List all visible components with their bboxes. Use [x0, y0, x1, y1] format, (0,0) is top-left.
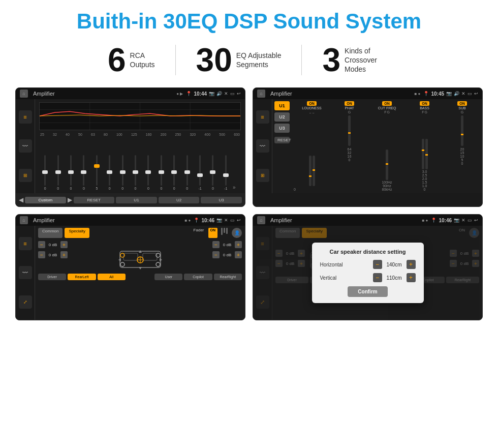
horizontal-minus-btn[interactable]: − [373, 260, 382, 269]
eq-slider-2: 0 [65, 155, 77, 190]
reset-btn[interactable]: RESET [74, 197, 115, 203]
wave-icon-2[interactable]: 〰 [256, 139, 269, 153]
speaker-icon[interactable]: ⊞ [19, 169, 32, 182]
db-rr-plus[interactable]: + [235, 251, 242, 258]
dialog-overlay: Car speaker distance setting Horizontal … [253, 226, 482, 320]
eq-slider-9: 0 [155, 155, 167, 190]
copilot-btn[interactable]: Copilot [184, 274, 212, 280]
channel-bass: ON BASS FG [407, 101, 443, 191]
screen-dialog: ⌂ Amplifier ■ ● 📍 10:46 📷 ✕ ▭ ↩ ≡ 〰 [253, 214, 483, 320]
common-tab[interactable]: Common [38, 228, 63, 238]
driver-btn[interactable]: Driver [38, 274, 66, 280]
prev-arrow[interactable]: ◀ [19, 196, 23, 203]
home-icon-4[interactable]: ⌂ [257, 216, 265, 224]
rearright-btn[interactable]: RearRight [214, 274, 242, 280]
x-icon-1: ✕ [224, 91, 228, 96]
u-buttons: U1 U2 U3 RESET [272, 99, 292, 193]
db-rl-minus[interactable]: − [38, 251, 45, 258]
db-fl-plus[interactable]: + [60, 241, 68, 248]
status-icons-4: 📍 10:46 📷 ✕ ▭ ↩ [431, 218, 478, 223]
stat-number-rca: 6 [108, 44, 126, 76]
eq-icon[interactable]: ≡ [19, 110, 32, 124]
confirm-button[interactable]: Confirm [348, 286, 387, 297]
db-control-rr: − 0 dB + [212, 251, 242, 258]
home-icon-3[interactable]: ⌂ [20, 216, 28, 224]
u2-btn[interactable]: U2 [159, 197, 200, 203]
home-icon-1[interactable]: ⌂ [20, 89, 28, 98]
expand-icon[interactable]: » [233, 185, 241, 190]
vertical-row: Vertical − 110cm + [320, 273, 416, 282]
phat-on[interactable]: ON [345, 101, 354, 106]
page-container: Buith-in 30EQ DSP Sound System 6 RCAOutp… [0, 0, 498, 448]
back-icon-4[interactable]: ↩ [474, 218, 478, 223]
loudness-on[interactable]: ON [307, 101, 317, 106]
u2-crossover-btn[interactable]: U2 [274, 112, 290, 122]
db-fr-value: 0 dB [221, 243, 234, 247]
crossover-reset-btn[interactable]: RESET [274, 137, 290, 143]
sub-on[interactable]: ON [457, 101, 467, 106]
eq-slider-14: -1 [220, 155, 232, 190]
battery-icon-1: ▭ [230, 91, 235, 96]
custom-btn[interactable]: Custom [25, 197, 66, 203]
u3-crossover-btn[interactable]: U3 [274, 124, 290, 133]
home-icon-2[interactable]: ⌂ [257, 89, 265, 98]
next-arrow[interactable]: ▶ [68, 196, 72, 203]
db-fl-minus[interactable]: − [38, 241, 45, 248]
channels-row: ON LOUDNESS ~~ [294, 101, 480, 191]
profile-icon-3[interactable]: 👤 [232, 228, 242, 238]
rearleft-btn[interactable]: RearLeft [68, 274, 96, 280]
u1-btn[interactable]: U1 [116, 197, 157, 203]
stat-number-eq: 30 [196, 44, 232, 76]
horizontal-stepper: − 140cm + [373, 260, 416, 269]
db-rr-minus[interactable]: − [212, 251, 220, 258]
status-bar-3: ⌂ Amplifier ■ ● 📍 10:46 📷 ✕ ▭ ↩ [16, 215, 245, 226]
stat-item-eq: 30 EQ AdjustableSegments [176, 44, 302, 76]
wave-icon[interactable]: 〰 [19, 139, 32, 153]
eq-icon-3[interactable]: ≡ [19, 237, 32, 250]
screen4-title: Amplifier [270, 217, 419, 223]
horizontal-label: Horizontal [320, 262, 351, 267]
db-rr-value: 0 dB [221, 253, 234, 257]
vertical-minus-btn[interactable]: − [373, 273, 382, 282]
all-btn[interactable]: All [98, 274, 126, 280]
status-icons-1: 📍 10:44 📷 🔊 ✕ ▭ ↩ [186, 91, 241, 97]
u3-btn[interactable]: U3 [201, 197, 242, 203]
screen3-sidebar: ≡ 〰 ⤢ [16, 226, 35, 320]
screens-grid: ⌂ Amplifier ● ▶ 📍 10:44 📷 🔊 ✕ ▭ ↩ ≡ 〰 ⊞ [15, 87, 483, 320]
eq-slider-11: 0 [181, 155, 193, 190]
eq-icon-2[interactable]: ≡ [256, 110, 269, 124]
screen1-sidebar: ≡ 〰 ⊞ [16, 99, 35, 193]
stat-item-crossover: 3 Kinds ofCrossover Modes [302, 44, 411, 76]
user-btn[interactable]: User [154, 274, 182, 280]
loudness-sliders [309, 116, 315, 186]
status-time-4: 10:46 [439, 218, 452, 223]
back-icon-2[interactable]: ↩ [474, 91, 478, 96]
db-fl-value: 0 dB [46, 243, 59, 247]
specialty-tab[interactable]: Specialty [65, 228, 89, 238]
stat-label-crossover: Kinds ofCrossover Modes [345, 46, 390, 74]
db-rl-plus[interactable]: + [60, 251, 68, 258]
back-icon-3[interactable]: ↩ [237, 218, 241, 223]
camera-icon-1: 📷 [209, 91, 214, 96]
db-fr-plus[interactable]: + [235, 241, 242, 248]
back-icon-1[interactable]: ↩ [237, 91, 241, 96]
volume-icon-2: 🔊 [454, 91, 459, 96]
vertical-value: 110cm [384, 275, 404, 281]
bass-sliders [422, 115, 428, 169]
svg-point-9 [120, 253, 124, 257]
cutfreq-on[interactable]: ON [382, 101, 392, 106]
eq-slider-6: 0 [116, 155, 128, 190]
horizontal-plus-btn[interactable]: + [407, 260, 416, 269]
fader-on-badge[interactable]: ON [208, 228, 218, 238]
expand-icon-3[interactable]: ⤢ [19, 295, 32, 309]
vertical-plus-btn[interactable]: + [407, 273, 416, 282]
eq-slider-4: 5 [91, 155, 103, 190]
u1-crossover-btn[interactable]: U1 [274, 101, 290, 110]
crossover-channels: ON LOUDNESS ~~ [292, 99, 482, 193]
bass-on[interactable]: ON [420, 101, 429, 106]
db-fr-minus[interactable]: − [212, 241, 220, 248]
screen4-content: ≡ 〰 ⤢ Common Specialty ON 👤 [253, 226, 482, 320]
speaker-icon-2[interactable]: ⊞ [256, 169, 269, 182]
cutfreq-sliders [386, 115, 388, 180]
wave-icon-3[interactable]: 〰 [19, 266, 32, 279]
